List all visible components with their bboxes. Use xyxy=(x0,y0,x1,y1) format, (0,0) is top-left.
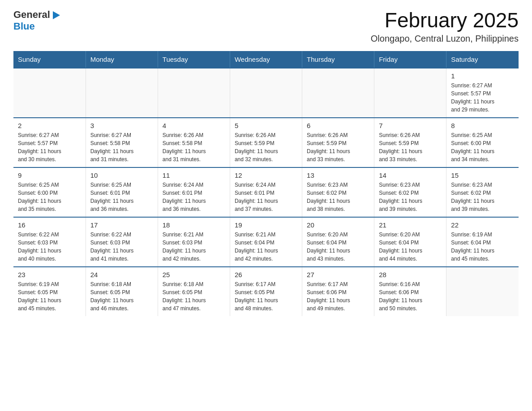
day-info: Sunrise: 6:17 AM Sunset: 6:06 PM Dayligh… xyxy=(307,280,369,313)
day-info: Sunrise: 6:25 AM Sunset: 6:01 PM Dayligh… xyxy=(90,181,153,213)
day-info: Sunrise: 6:20 AM Sunset: 6:04 PM Dayligh… xyxy=(307,231,369,263)
day-info: Sunrise: 6:26 AM Sunset: 5:59 PM Dayligh… xyxy=(307,131,369,163)
calendar-cell: 17Sunrise: 6:22 AM Sunset: 6:03 PM Dayli… xyxy=(86,217,158,267)
calendar-cell: 13Sunrise: 6:23 AM Sunset: 6:02 PM Dayli… xyxy=(302,167,374,217)
day-info: Sunrise: 6:25 AM Sunset: 6:00 PM Dayligh… xyxy=(18,181,81,213)
calendar-cell: 15Sunrise: 6:23 AM Sunset: 6:02 PM Dayli… xyxy=(446,167,519,217)
calendar-header: SundayMondayTuesdayWednesdayThursdayFrid… xyxy=(13,51,519,68)
day-number: 20 xyxy=(307,221,369,229)
day-info: Sunrise: 6:18 AM Sunset: 6:05 PM Dayligh… xyxy=(163,280,225,313)
day-number: 17 xyxy=(90,221,153,229)
svg-marker-0 xyxy=(53,11,60,19)
day-number: 9 xyxy=(18,171,81,179)
day-info: Sunrise: 6:21 AM Sunset: 6:04 PM Dayligh… xyxy=(235,231,297,263)
calendar-week-row: 16Sunrise: 6:22 AM Sunset: 6:03 PM Dayli… xyxy=(13,217,519,267)
calendar-cell: 22Sunrise: 6:19 AM Sunset: 6:04 PM Dayli… xyxy=(446,217,519,267)
day-number: 28 xyxy=(379,271,442,278)
day-number: 27 xyxy=(307,271,369,278)
day-number: 25 xyxy=(163,271,225,278)
day-number: 22 xyxy=(451,221,514,229)
day-number: 13 xyxy=(307,171,369,179)
day-info: Sunrise: 6:22 AM Sunset: 6:03 PM Dayligh… xyxy=(90,231,153,263)
calendar-cell: 3Sunrise: 6:27 AM Sunset: 5:58 PM Daylig… xyxy=(86,118,158,167)
day-number: 5 xyxy=(235,122,297,129)
day-number: 21 xyxy=(379,221,442,229)
day-info: Sunrise: 6:23 AM Sunset: 6:02 PM Dayligh… xyxy=(307,181,369,213)
weekday-header-thursday: Thursday xyxy=(302,51,374,68)
day-number: 8 xyxy=(451,122,514,129)
calendar-cell: 5Sunrise: 6:26 AM Sunset: 5:59 PM Daylig… xyxy=(230,118,302,167)
calendar-cell: 23Sunrise: 6:19 AM Sunset: 6:05 PM Dayli… xyxy=(13,267,86,316)
day-number: 4 xyxy=(163,122,225,129)
calendar-week-row: 9Sunrise: 6:25 AM Sunset: 6:00 PM Daylig… xyxy=(13,167,519,217)
calendar-cell: 18Sunrise: 6:21 AM Sunset: 6:03 PM Dayli… xyxy=(158,217,230,267)
day-info: Sunrise: 6:19 AM Sunset: 6:04 PM Dayligh… xyxy=(451,231,514,263)
day-number: 7 xyxy=(379,122,442,129)
calendar-cell: 28Sunrise: 6:16 AM Sunset: 6:06 PM Dayli… xyxy=(374,267,446,316)
title-block: February 2025 Olongapo, Central Luzon, P… xyxy=(371,9,519,44)
day-info: Sunrise: 6:27 AM Sunset: 5:57 PM Dayligh… xyxy=(451,81,514,114)
calendar-cell: 19Sunrise: 6:21 AM Sunset: 6:04 PM Dayli… xyxy=(230,217,302,267)
day-info: Sunrise: 6:24 AM Sunset: 6:01 PM Dayligh… xyxy=(163,181,225,213)
calendar-cell: 14Sunrise: 6:23 AM Sunset: 6:02 PM Dayli… xyxy=(374,167,446,217)
calendar-cell: 24Sunrise: 6:18 AM Sunset: 6:05 PM Dayli… xyxy=(86,267,158,316)
days-of-week-row: SundayMondayTuesdayWednesdayThursdayFrid… xyxy=(13,51,519,68)
calendar-cell xyxy=(13,68,86,118)
calendar-cell: 1Sunrise: 6:27 AM Sunset: 5:57 PM Daylig… xyxy=(446,68,519,118)
calendar-cell xyxy=(158,68,230,118)
day-info: Sunrise: 6:23 AM Sunset: 6:02 PM Dayligh… xyxy=(379,181,442,213)
day-number: 26 xyxy=(235,271,297,278)
calendar-week-row: 23Sunrise: 6:19 AM Sunset: 6:05 PM Dayli… xyxy=(13,267,519,316)
page-header: General Blue February 2025 Olongapo, Cen… xyxy=(13,9,519,44)
calendar-cell xyxy=(302,68,374,118)
weekday-header-monday: Monday xyxy=(86,51,158,68)
calendar-cell xyxy=(446,267,519,316)
day-number: 18 xyxy=(163,221,225,229)
logo: General Blue xyxy=(13,9,61,32)
calendar-cell xyxy=(86,68,158,118)
day-number: 19 xyxy=(235,221,297,229)
calendar-cell: 16Sunrise: 6:22 AM Sunset: 6:03 PM Dayli… xyxy=(13,217,86,267)
calendar-cell: 25Sunrise: 6:18 AM Sunset: 6:05 PM Dayli… xyxy=(158,267,230,316)
calendar-week-row: 1Sunrise: 6:27 AM Sunset: 5:57 PM Daylig… xyxy=(13,68,519,118)
day-info: Sunrise: 6:27 AM Sunset: 5:57 PM Dayligh… xyxy=(18,131,81,163)
day-number: 15 xyxy=(451,171,514,179)
day-info: Sunrise: 6:18 AM Sunset: 6:05 PM Dayligh… xyxy=(90,280,153,313)
calendar-cell: 21Sunrise: 6:20 AM Sunset: 6:04 PM Dayli… xyxy=(374,217,446,267)
day-info: Sunrise: 6:21 AM Sunset: 6:03 PM Dayligh… xyxy=(163,231,225,263)
calendar-cell: 4Sunrise: 6:26 AM Sunset: 5:58 PM Daylig… xyxy=(158,118,230,167)
day-number: 3 xyxy=(90,122,153,129)
day-number: 10 xyxy=(90,171,153,179)
calendar-cell: 20Sunrise: 6:20 AM Sunset: 6:04 PM Dayli… xyxy=(302,217,374,267)
logo-general-text: General xyxy=(13,9,50,21)
month-title: February 2025 xyxy=(371,9,519,32)
calendar-cell: 7Sunrise: 6:26 AM Sunset: 5:59 PM Daylig… xyxy=(374,118,446,167)
calendar-cell: 26Sunrise: 6:17 AM Sunset: 6:05 PM Dayli… xyxy=(230,267,302,316)
calendar-cell: 6Sunrise: 6:26 AM Sunset: 5:59 PM Daylig… xyxy=(302,118,374,167)
day-info: Sunrise: 6:16 AM Sunset: 6:06 PM Dayligh… xyxy=(379,280,442,313)
day-number: 1 xyxy=(451,72,514,80)
day-info: Sunrise: 6:27 AM Sunset: 5:58 PM Dayligh… xyxy=(90,131,153,163)
calendar-table: SundayMondayTuesdayWednesdayThursdayFrid… xyxy=(13,51,519,316)
weekday-header-wednesday: Wednesday xyxy=(230,51,302,68)
calendar-cell: 11Sunrise: 6:24 AM Sunset: 6:01 PM Dayli… xyxy=(158,167,230,217)
calendar-cell xyxy=(374,68,446,118)
weekday-header-saturday: Saturday xyxy=(446,51,519,68)
day-number: 6 xyxy=(307,122,369,129)
day-info: Sunrise: 6:19 AM Sunset: 6:05 PM Dayligh… xyxy=(18,280,81,313)
day-number: 12 xyxy=(235,171,297,179)
day-number: 11 xyxy=(163,171,225,179)
weekday-header-friday: Friday xyxy=(374,51,446,68)
day-info: Sunrise: 6:17 AM Sunset: 6:05 PM Dayligh… xyxy=(235,280,297,313)
calendar-week-row: 2Sunrise: 6:27 AM Sunset: 5:57 PM Daylig… xyxy=(13,118,519,167)
day-number: 24 xyxy=(90,271,153,278)
calendar-body: 1Sunrise: 6:27 AM Sunset: 5:57 PM Daylig… xyxy=(13,68,519,316)
weekday-header-tuesday: Tuesday xyxy=(158,51,230,68)
calendar-cell: 2Sunrise: 6:27 AM Sunset: 5:57 PM Daylig… xyxy=(13,118,86,167)
day-info: Sunrise: 6:26 AM Sunset: 5:59 PM Dayligh… xyxy=(235,131,297,163)
day-info: Sunrise: 6:20 AM Sunset: 6:04 PM Dayligh… xyxy=(379,231,442,263)
calendar-cell xyxy=(230,68,302,118)
day-number: 16 xyxy=(18,221,81,229)
logo-flag-icon xyxy=(51,10,61,20)
calendar-cell: 27Sunrise: 6:17 AM Sunset: 6:06 PM Dayli… xyxy=(302,267,374,316)
